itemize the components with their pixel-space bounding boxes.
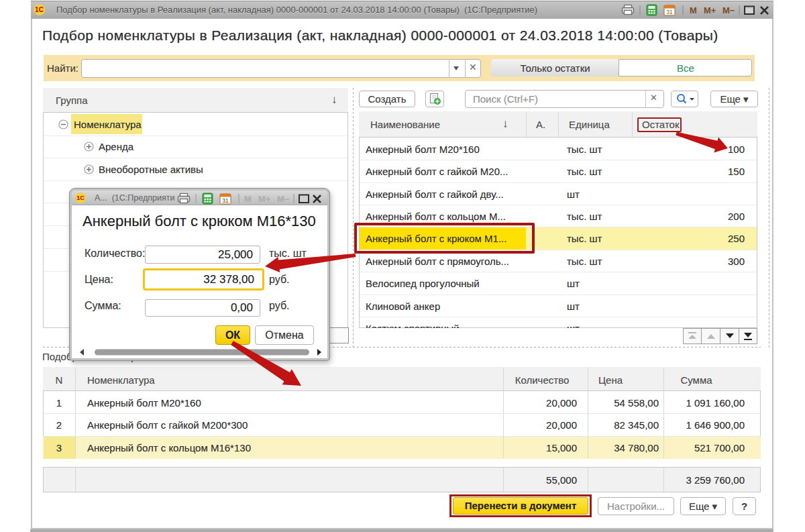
svg-text:31: 31 <box>222 197 229 204</box>
svg-text:M−: M− <box>722 5 735 15</box>
svg-text:M: M <box>244 194 252 204</box>
svg-text:M+: M+ <box>258 194 271 204</box>
svg-text:31: 31 <box>666 9 673 15</box>
svg-text:M: M <box>690 5 697 15</box>
svg-text:M+: M+ <box>704 5 716 15</box>
svg-text:M−: M− <box>277 194 290 204</box>
